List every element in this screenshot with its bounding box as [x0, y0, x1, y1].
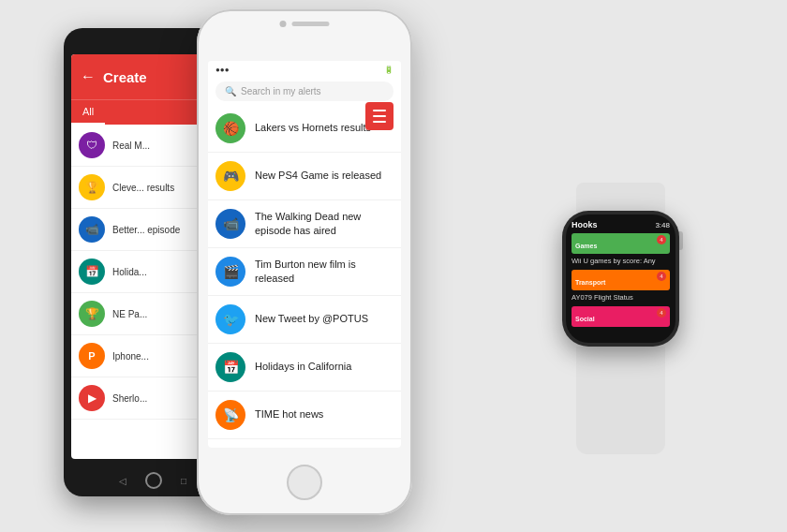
icon-trophy2: 🏆 [79, 301, 105, 327]
status-bar: ●●● 🔋 [208, 61, 401, 78]
apple-watch: Hooks 3:48 Games 4 Wii U games by score:… [543, 183, 698, 454]
transport-item-text: AY079 Flight Status [572, 293, 670, 303]
watch-body: Hooks 3:48 Games 4 Wii U games by score:… [562, 211, 679, 347]
signal-indicator: ●●● [215, 66, 230, 74]
alert-text: New Tweet by @POTUS [255, 312, 368, 326]
search-icon: 🔍 [225, 86, 236, 96]
transport-label: Transport [575, 279, 605, 286]
video-icon: 📹 [215, 209, 245, 239]
item-text: Iphone... [112, 350, 149, 362]
alert-item[interactable]: 🎮 New PS4 Game is released [208, 153, 401, 200]
search-bar[interactable]: 🔍 Search in my alerts [215, 81, 394, 101]
alert-item[interactable]: 🎵 U2 new music album [208, 439, 401, 448]
item-text: Holida... [112, 266, 147, 278]
item-text: NE Pa... [112, 308, 147, 320]
icon-video: 📹 [79, 216, 105, 243]
hamburger-icon [373, 121, 386, 123]
hamburger-icon [373, 110, 386, 111]
watch-band-bottom [576, 347, 665, 454]
watch-category-games[interactable]: Games 4 [572, 233, 670, 254]
menu-button[interactable] [365, 102, 394, 130]
icon-trophy: 🏆 [79, 174, 105, 200]
icon-p: P [79, 343, 105, 369]
hamburger-icon [373, 115, 386, 117]
watch-category-social[interactable]: Social 4 [572, 306, 670, 327]
home-nav-btn[interactable] [145, 472, 162, 489]
rss-icon: 📡 [215, 400, 245, 430]
watch-band-top [576, 183, 665, 213]
alert-item[interactable]: 📡 TIME hot news [208, 392, 401, 439]
alert-text: TIME hot news [255, 407, 323, 421]
transport-badge: 4 [657, 272, 666, 281]
social-badge: 4 [657, 308, 666, 318]
item-text: Cleve... results [112, 182, 174, 194]
android-title: Create [103, 69, 147, 85]
basketball-icon: 🏀 [215, 113, 245, 143]
movie-icon: 🎬 [215, 257, 245, 287]
games-item-text: Wii U games by score: Any [572, 257, 670, 266]
watch-header: Hooks 3:48 [572, 220, 670, 229]
alert-text: New PS4 Game is released [255, 169, 381, 183]
game-icon: 🎮 [215, 161, 245, 191]
alert-text: Lakers vs Hornets results [255, 121, 371, 135]
battery-indicator: 🔋 [384, 66, 394, 74]
twitter-icon: 🐦 [215, 304, 245, 334]
games-label: Games [575, 243, 597, 249]
alert-text: Holidays in California [255, 360, 351, 374]
search-placeholder: Search in my alerts [241, 86, 321, 96]
back-nav-btn[interactable]: ◁ [119, 476, 126, 486]
icon-shield: 🛡 [79, 132, 105, 158]
home-button[interactable] [287, 465, 322, 500]
speaker [292, 22, 330, 26]
tab-all[interactable]: All [71, 100, 105, 125]
recent-nav-btn[interactable]: □ [181, 476, 186, 486]
back-icon[interactable]: ← [81, 68, 96, 85]
iphone-top [280, 21, 330, 27]
watch-category-transport[interactable]: Transport 4 [572, 270, 670, 290]
calendar-icon: 📅 [215, 352, 245, 382]
watch-screen: Hooks 3:48 Games 4 Wii U games by score:… [566, 214, 676, 343]
alert-item[interactable]: 📹 The Walking Dead new episode has aired [208, 200, 401, 248]
iphone: ●●● 🔋 🔍 Search in my alerts 🏀 Lakers vs … [197, 9, 412, 515]
games-badge: 4 [657, 235, 666, 244]
icon-calendar: 📅 [79, 259, 105, 285]
iphone-screen: ●●● 🔋 🔍 Search in my alerts 🏀 Lakers vs … [208, 61, 401, 448]
watch-app-title: Hooks [572, 220, 598, 229]
alert-item[interactable]: 🎬 Tim Burton new film is released [208, 248, 401, 296]
alert-item[interactable]: 🐦 New Tweet by @POTUS [208, 296, 401, 344]
item-text: Better... episode [112, 224, 180, 236]
watch-time: 3:48 [655, 221, 670, 229]
item-text: Sherlo... [112, 392, 147, 405]
alert-text: Tim Burton new film is released [255, 258, 394, 287]
alert-text: The Walking Dead new episode has aired [255, 210, 394, 239]
social-label: Social [575, 316, 595, 322]
icon-play: ▶ [79, 385, 105, 411]
alert-item[interactable]: 📅 Holidays in California [208, 344, 401, 392]
alerts-list: 🏀 Lakers vs Hornets results 🎮 New PS4 Ga… [208, 105, 401, 448]
front-camera [280, 21, 287, 27]
item-text: Real M... [112, 140, 150, 152]
